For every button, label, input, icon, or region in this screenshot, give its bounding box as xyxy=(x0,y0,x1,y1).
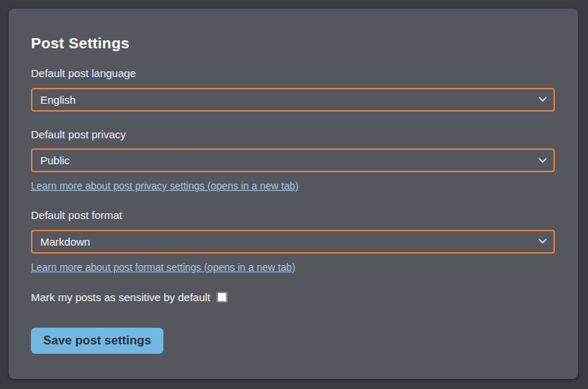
page-title: Post Settings xyxy=(31,35,555,52)
format-help-link[interactable]: Learn more about post format settings (o… xyxy=(31,261,295,274)
privacy-help-link[interactable]: Learn more about post privacy settings (… xyxy=(31,179,299,192)
format-label: Default post format xyxy=(31,208,555,223)
privacy-label: Default post privacy xyxy=(31,128,555,142)
save-post-settings-button[interactable]: Save post settings xyxy=(31,328,163,354)
post-settings-panel: Post Settings Default post language Engl… xyxy=(9,9,578,379)
sensitive-label: Mark my posts as sensitive by default xyxy=(31,291,210,303)
sensitive-checkbox-row: Mark my posts as sensitive by default xyxy=(31,291,555,303)
language-select-wrap: English xyxy=(31,88,555,112)
field-group-language: Default post language English xyxy=(31,66,555,112)
format-select[interactable]: Markdown xyxy=(31,230,555,254)
language-label: Default post language xyxy=(31,66,555,81)
sensitive-checkbox[interactable] xyxy=(217,292,227,303)
field-group-format: Default post format Markdown Learn more … xyxy=(31,208,555,274)
privacy-select[interactable]: Public xyxy=(31,148,555,172)
format-select-wrap: Markdown xyxy=(31,230,555,254)
field-group-privacy: Default post privacy Public Learn more a… xyxy=(31,128,555,193)
language-select[interactable]: English xyxy=(31,88,555,112)
privacy-select-wrap: Public xyxy=(31,148,555,172)
